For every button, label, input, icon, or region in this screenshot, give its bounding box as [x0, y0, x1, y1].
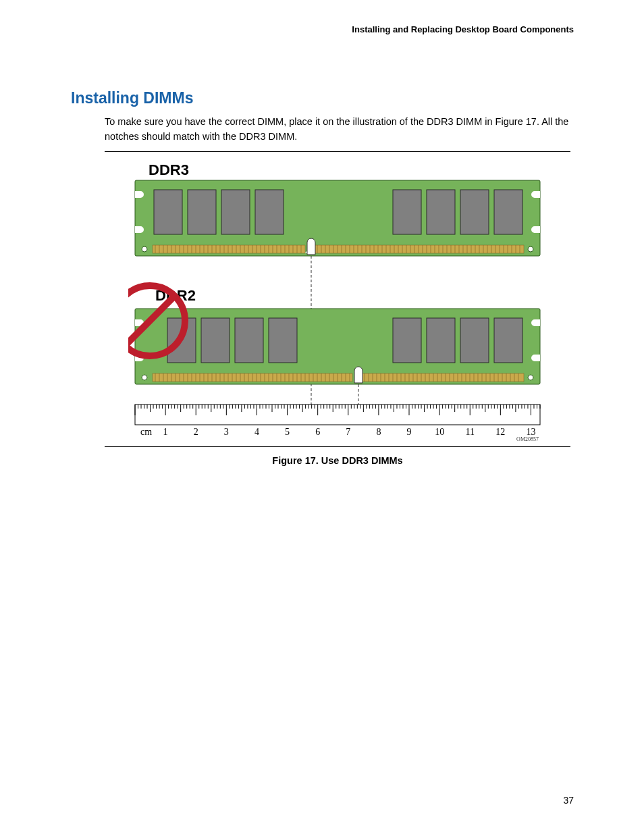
svg-rect-2 [188, 190, 216, 234]
ruler-mark: 9 [407, 427, 412, 437]
ruler: cm 12345678910111213 [135, 405, 540, 437]
svg-rect-107 [427, 318, 455, 363]
dimm-illustration: DDR3 [128, 159, 547, 442]
figure-bottom-rule [105, 446, 570, 447]
ruler-unit: cm [140, 427, 152, 437]
section-heading: Installing DIMMs [71, 89, 193, 107]
svg-rect-108 [460, 318, 489, 363]
svg-point-110 [142, 375, 147, 380]
ruler-mark: 11 [465, 427, 474, 437]
ddr3-module [135, 180, 540, 256]
ruler-mark: 7 [346, 427, 350, 437]
svg-rect-7 [460, 190, 489, 234]
ddr2-module [135, 309, 540, 384]
page-number: 37 [563, 795, 574, 806]
svg-rect-4 [255, 190, 284, 234]
ruler-mark: 5 [285, 427, 290, 437]
breadcrumb-header: Installing and Replacing Desktop Board C… [352, 24, 574, 34]
svg-rect-1 [154, 190, 182, 234]
svg-rect-12 [315, 245, 524, 253]
svg-point-111 [528, 375, 533, 380]
ruler-mark: 3 [224, 427, 229, 437]
svg-rect-105 [269, 318, 297, 363]
ruler-mark: 13 [526, 427, 535, 437]
figure-box: DDR3 [105, 152, 570, 446]
svg-rect-104 [235, 318, 263, 363]
ruler-mark: 1 [163, 427, 168, 437]
svg-point-10 [528, 246, 533, 252]
ruler-mark: 4 [254, 427, 259, 437]
svg-rect-113 [362, 373, 524, 382]
ruler-mark: 2 [194, 427, 198, 437]
figure-part-number: OM20857 [516, 436, 539, 442]
svg-rect-6 [427, 190, 455, 234]
ddr3-label: DDR3 [149, 161, 189, 178]
svg-rect-3 [221, 190, 250, 234]
svg-rect-8 [494, 190, 522, 234]
ruler-mark: 8 [376, 427, 381, 437]
figure-17-container: DDR3 [105, 151, 570, 466]
svg-rect-103 [201, 318, 230, 363]
svg-rect-5 [393, 190, 421, 234]
svg-point-9 [142, 246, 147, 252]
ruler-mark: 6 [315, 427, 320, 437]
svg-rect-106 [393, 318, 421, 363]
ruler-mark: 12 [495, 427, 505, 437]
intro-paragraph: To make sure you have the correct DIMM, … [105, 115, 570, 145]
figure-caption: Figure 17. Use DDR3 DIMMs [105, 455, 570, 466]
ruler-mark: 10 [435, 427, 444, 437]
svg-rect-109 [494, 318, 522, 363]
